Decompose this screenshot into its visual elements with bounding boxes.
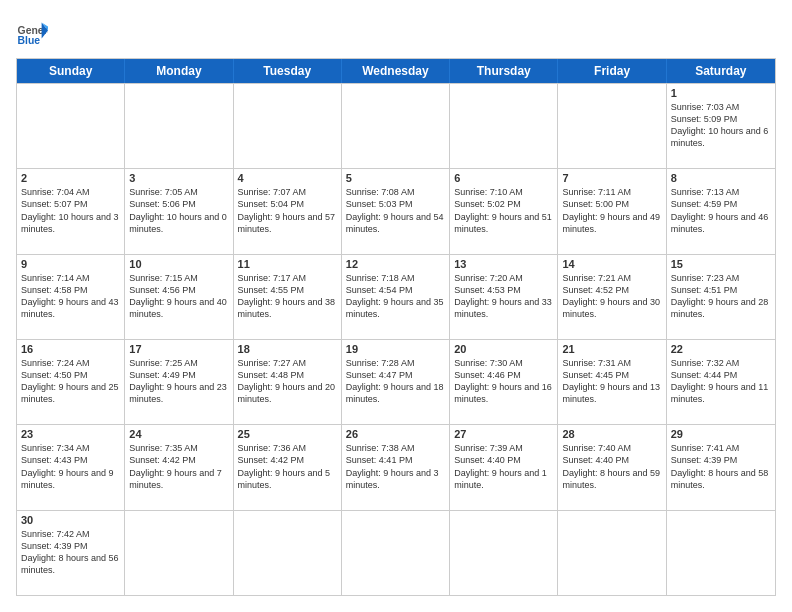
cell-solar-data: Sunrise: 7:20 AM Sunset: 4:53 PM Dayligh…: [454, 272, 553, 321]
logo-icon: General Blue: [16, 16, 48, 48]
day-number: 4: [238, 172, 337, 184]
day-number: 17: [129, 343, 228, 355]
day-cell-5: 5Sunrise: 7:08 AM Sunset: 5:03 PM Daylig…: [342, 169, 450, 253]
day-cell-empty-5-5: [558, 511, 666, 595]
day-cell-empty-0-1: [125, 84, 233, 168]
day-of-week-wednesday: Wednesday: [342, 59, 450, 83]
day-of-week-thursday: Thursday: [450, 59, 558, 83]
logo: General Blue: [16, 16, 48, 48]
cell-solar-data: Sunrise: 7:40 AM Sunset: 4:40 PM Dayligh…: [562, 442, 661, 491]
day-cell-12: 12Sunrise: 7:18 AM Sunset: 4:54 PM Dayli…: [342, 255, 450, 339]
cell-solar-data: Sunrise: 7:14 AM Sunset: 4:58 PM Dayligh…: [21, 272, 120, 321]
day-cell-23: 23Sunrise: 7:34 AM Sunset: 4:43 PM Dayli…: [17, 425, 125, 509]
calendar-row-2: 9Sunrise: 7:14 AM Sunset: 4:58 PM Daylig…: [17, 254, 775, 339]
day-cell-empty-0-5: [558, 84, 666, 168]
day-number: 25: [238, 428, 337, 440]
cell-solar-data: Sunrise: 7:36 AM Sunset: 4:42 PM Dayligh…: [238, 442, 337, 491]
cell-solar-data: Sunrise: 7:21 AM Sunset: 4:52 PM Dayligh…: [562, 272, 661, 321]
day-cell-empty-5-1: [125, 511, 233, 595]
day-number: 5: [346, 172, 445, 184]
day-cell-7: 7Sunrise: 7:11 AM Sunset: 5:00 PM Daylig…: [558, 169, 666, 253]
day-cell-18: 18Sunrise: 7:27 AM Sunset: 4:48 PM Dayli…: [234, 340, 342, 424]
cell-solar-data: Sunrise: 7:10 AM Sunset: 5:02 PM Dayligh…: [454, 186, 553, 235]
day-number: 21: [562, 343, 661, 355]
day-cell-11: 11Sunrise: 7:17 AM Sunset: 4:55 PM Dayli…: [234, 255, 342, 339]
cell-solar-data: Sunrise: 7:39 AM Sunset: 4:40 PM Dayligh…: [454, 442, 553, 491]
cell-solar-data: Sunrise: 7:25 AM Sunset: 4:49 PM Dayligh…: [129, 357, 228, 406]
day-number: 16: [21, 343, 120, 355]
day-cell-28: 28Sunrise: 7:40 AM Sunset: 4:40 PM Dayli…: [558, 425, 666, 509]
day-cell-empty-5-2: [234, 511, 342, 595]
day-cell-3: 3Sunrise: 7:05 AM Sunset: 5:06 PM Daylig…: [125, 169, 233, 253]
cell-solar-data: Sunrise: 7:31 AM Sunset: 4:45 PM Dayligh…: [562, 357, 661, 406]
day-number: 7: [562, 172, 661, 184]
day-cell-empty-5-3: [342, 511, 450, 595]
day-cell-19: 19Sunrise: 7:28 AM Sunset: 4:47 PM Dayli…: [342, 340, 450, 424]
cell-solar-data: Sunrise: 7:08 AM Sunset: 5:03 PM Dayligh…: [346, 186, 445, 235]
day-cell-20: 20Sunrise: 7:30 AM Sunset: 4:46 PM Dayli…: [450, 340, 558, 424]
calendar: SundayMondayTuesdayWednesdayThursdayFrid…: [16, 58, 776, 596]
cell-solar-data: Sunrise: 7:18 AM Sunset: 4:54 PM Dayligh…: [346, 272, 445, 321]
day-cell-2: 2Sunrise: 7:04 AM Sunset: 5:07 PM Daylig…: [17, 169, 125, 253]
cell-solar-data: Sunrise: 7:13 AM Sunset: 4:59 PM Dayligh…: [671, 186, 771, 235]
day-number: 11: [238, 258, 337, 270]
cell-solar-data: Sunrise: 7:28 AM Sunset: 4:47 PM Dayligh…: [346, 357, 445, 406]
calendar-row-5: 30Sunrise: 7:42 AM Sunset: 4:39 PM Dayli…: [17, 510, 775, 595]
day-of-week-monday: Monday: [125, 59, 233, 83]
day-number: 27: [454, 428, 553, 440]
day-cell-16: 16Sunrise: 7:24 AM Sunset: 4:50 PM Dayli…: [17, 340, 125, 424]
day-cell-8: 8Sunrise: 7:13 AM Sunset: 4:59 PM Daylig…: [667, 169, 775, 253]
day-cell-4: 4Sunrise: 7:07 AM Sunset: 5:04 PM Daylig…: [234, 169, 342, 253]
cell-solar-data: Sunrise: 7:34 AM Sunset: 4:43 PM Dayligh…: [21, 442, 120, 491]
day-number: 29: [671, 428, 771, 440]
day-number: 1: [671, 87, 771, 99]
day-number: 13: [454, 258, 553, 270]
day-cell-22: 22Sunrise: 7:32 AM Sunset: 4:44 PM Dayli…: [667, 340, 775, 424]
day-number: 19: [346, 343, 445, 355]
day-of-week-tuesday: Tuesday: [234, 59, 342, 83]
day-cell-15: 15Sunrise: 7:23 AM Sunset: 4:51 PM Dayli…: [667, 255, 775, 339]
day-cell-1: 1Sunrise: 7:03 AM Sunset: 5:09 PM Daylig…: [667, 84, 775, 168]
day-number: 8: [671, 172, 771, 184]
day-number: 30: [21, 514, 120, 526]
day-cell-empty-0-3: [342, 84, 450, 168]
day-cell-26: 26Sunrise: 7:38 AM Sunset: 4:41 PM Dayli…: [342, 425, 450, 509]
cell-solar-data: Sunrise: 7:03 AM Sunset: 5:09 PM Dayligh…: [671, 101, 771, 150]
day-cell-9: 9Sunrise: 7:14 AM Sunset: 4:58 PM Daylig…: [17, 255, 125, 339]
day-number: 6: [454, 172, 553, 184]
day-cell-21: 21Sunrise: 7:31 AM Sunset: 4:45 PM Dayli…: [558, 340, 666, 424]
cell-solar-data: Sunrise: 7:41 AM Sunset: 4:39 PM Dayligh…: [671, 442, 771, 491]
day-cell-24: 24Sunrise: 7:35 AM Sunset: 4:42 PM Dayli…: [125, 425, 233, 509]
day-number: 15: [671, 258, 771, 270]
day-number: 14: [562, 258, 661, 270]
cell-solar-data: Sunrise: 7:15 AM Sunset: 4:56 PM Dayligh…: [129, 272, 228, 321]
calendar-row-1: 2Sunrise: 7:04 AM Sunset: 5:07 PM Daylig…: [17, 168, 775, 253]
cell-solar-data: Sunrise: 7:30 AM Sunset: 4:46 PM Dayligh…: [454, 357, 553, 406]
cell-solar-data: Sunrise: 7:38 AM Sunset: 4:41 PM Dayligh…: [346, 442, 445, 491]
day-cell-6: 6Sunrise: 7:10 AM Sunset: 5:02 PM Daylig…: [450, 169, 558, 253]
day-cell-30: 30Sunrise: 7:42 AM Sunset: 4:39 PM Dayli…: [17, 511, 125, 595]
cell-solar-data: Sunrise: 7:07 AM Sunset: 5:04 PM Dayligh…: [238, 186, 337, 235]
cell-solar-data: Sunrise: 7:04 AM Sunset: 5:07 PM Dayligh…: [21, 186, 120, 235]
cell-solar-data: Sunrise: 7:05 AM Sunset: 5:06 PM Dayligh…: [129, 186, 228, 235]
cell-solar-data: Sunrise: 7:23 AM Sunset: 4:51 PM Dayligh…: [671, 272, 771, 321]
day-cell-empty-0-2: [234, 84, 342, 168]
cell-solar-data: Sunrise: 7:24 AM Sunset: 4:50 PM Dayligh…: [21, 357, 120, 406]
day-cell-17: 17Sunrise: 7:25 AM Sunset: 4:49 PM Dayli…: [125, 340, 233, 424]
day-cell-14: 14Sunrise: 7:21 AM Sunset: 4:52 PM Dayli…: [558, 255, 666, 339]
day-number: 2: [21, 172, 120, 184]
cell-solar-data: Sunrise: 7:27 AM Sunset: 4:48 PM Dayligh…: [238, 357, 337, 406]
day-number: 9: [21, 258, 120, 270]
cell-solar-data: Sunrise: 7:17 AM Sunset: 4:55 PM Dayligh…: [238, 272, 337, 321]
calendar-body: 1Sunrise: 7:03 AM Sunset: 5:09 PM Daylig…: [17, 83, 775, 595]
day-number: 23: [21, 428, 120, 440]
day-number: 18: [238, 343, 337, 355]
cell-solar-data: Sunrise: 7:42 AM Sunset: 4:39 PM Dayligh…: [21, 528, 120, 577]
day-cell-empty-5-4: [450, 511, 558, 595]
day-cell-25: 25Sunrise: 7:36 AM Sunset: 4:42 PM Dayli…: [234, 425, 342, 509]
day-number: 28: [562, 428, 661, 440]
day-number: 26: [346, 428, 445, 440]
cell-solar-data: Sunrise: 7:11 AM Sunset: 5:00 PM Dayligh…: [562, 186, 661, 235]
day-number: 24: [129, 428, 228, 440]
day-cell-empty-5-6: [667, 511, 775, 595]
